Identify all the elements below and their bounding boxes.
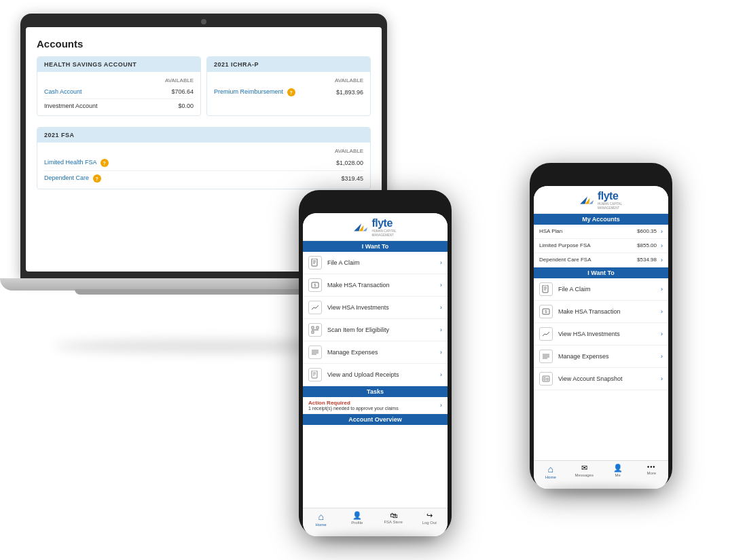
nav-profile[interactable]: 👤 Profile (344, 511, 371, 535)
nav-me[interactable]: 👤 Me (604, 464, 632, 487)
action-row[interactable]: Action Required 1 receipt(s) needed to a… (303, 397, 448, 414)
nav-messages-label: Messages (575, 473, 594, 477)
hsa-investments-label: View HSA Investments (327, 304, 389, 311)
info-icon: ? (93, 174, 101, 183)
phone2: flyte HUMAN CAPITALMANAGEMENT My Account… (530, 163, 672, 489)
dependent-care-fsa-name: Dependent Care FSA (539, 257, 591, 263)
scan-eligibility-label: Scan Item for Eligibility (327, 326, 389, 333)
more-icon: ••• (647, 464, 655, 470)
chevron-right-icon: › (661, 375, 663, 382)
svg-rect-11 (312, 331, 314, 333)
menu-item-account-snapshot[interactable]: View Account Snapshot › (534, 368, 668, 390)
menu-item-scan-eligibility[interactable]: Scan Item for Eligibility › (303, 319, 448, 341)
hsa-investments-label2: View HSA Investments (558, 331, 620, 337)
table-row: Limited Health FSA ? $1,028.00 (44, 155, 363, 171)
chevron-right-icon: › (661, 242, 663, 249)
nav-logout-label: Log Out (422, 521, 437, 525)
info-icon: ? (101, 159, 109, 167)
limited-fsa-amount: $1,028.00 (336, 160, 363, 166)
phone1-screen: flyte HUMAN CAPITALMANAGEMENT I Want To … (303, 213, 448, 536)
cash-account-name[interactable]: Cash Account (44, 88, 82, 95)
flyte-text: flyte (371, 217, 392, 229)
hsa-plan-amount: $600.35 (637, 228, 657, 234)
i-want-to-bar2: I Want To (534, 267, 668, 278)
profile-icon: 👤 (352, 511, 362, 520)
chevron-right-icon: › (661, 331, 663, 337)
nav-home[interactable]: ⌂ Home (308, 511, 335, 535)
nav-logout[interactable]: ↪ Log Out (416, 511, 443, 535)
menu-item-file-claim[interactable]: File A Claim › (303, 252, 448, 274)
ichra-available-label: AVAILABLE (214, 75, 363, 85)
account-snapshot-icon (539, 372, 553, 386)
cash-account-amount: $706.64 (171, 88, 194, 95)
flyte-logo2: flyte HUMAN CAPITALMANAGEMENT (580, 190, 622, 210)
limited-fsa-name[interactable]: Limited Health FSA ? (44, 159, 109, 167)
menu-item-file-claim2[interactable]: File A Claim › (534, 278, 668, 301)
fsa-section: 2021 FSA AVAILABLE Limited Health FSA ? … (37, 127, 371, 189)
file-claim-label2: File A Claim (558, 286, 591, 293)
svg-rect-3 (312, 259, 317, 266)
chevron-right-icon: › (661, 228, 663, 235)
menu-item-hsa-transaction2[interactable]: $ Make HSA Transaction › (534, 301, 668, 323)
chevron-right-icon: › (661, 286, 663, 293)
manage-expenses-label: Manage Expenses (327, 349, 378, 356)
menu-item-hsa-transaction[interactable]: $ Make HSA Transaction › (303, 274, 448, 297)
hsa-transaction-label2: Make HSA Transaction (558, 308, 621, 315)
hsa-available-label: AVAILABLE (44, 75, 194, 85)
hsa-header: HEALTH SAVINGS ACCOUNT (37, 57, 200, 72)
flyte-subtext: HUMAN CAPITALMANAGEMENT (371, 229, 396, 238)
menu-item-manage-expenses2[interactable]: Manage Expenses › (534, 346, 668, 368)
nav-home-label2: Home (545, 475, 556, 479)
phone1-menu: File A Claim › $ Make HSA Transaction › (303, 252, 448, 386)
chevron-right-icon: › (440, 371, 442, 378)
phone1: flyte HUMAN CAPITALMANAGEMENT I Want To … (299, 190, 452, 536)
premium-account-amount: $1,893.96 (336, 89, 363, 96)
nav-fsa-store-label: FSA Store (384, 520, 402, 524)
hsa-plan-name: HSA Plan (539, 228, 562, 234)
premium-account-name[interactable]: Premium Reimbursement ? (214, 88, 295, 96)
fsa-store-icon: 🛍 (390, 511, 397, 519)
flyte-bird-icon2 (580, 194, 595, 206)
svg-text:$: $ (545, 310, 547, 314)
list-item[interactable]: HSA Plan $600.35 › (534, 225, 668, 239)
nav-messages[interactable]: ✉ Messages (570, 464, 598, 487)
nav-more-label: More (646, 471, 656, 475)
nav-me-label: Me (615, 473, 621, 477)
menu-item-manage-expenses[interactable]: Manage Expenses › (303, 341, 448, 364)
nav-fsa-store[interactable]: 🛍 FSA Store (380, 511, 407, 535)
nav-home2[interactable]: ⌂ Home (537, 464, 564, 487)
limited-fsa-amount2: $855.00 (637, 242, 657, 248)
info-icon: ? (287, 88, 295, 96)
scan-eligibility-icon (308, 323, 322, 337)
svg-marker-2 (363, 227, 368, 231)
manage-expenses-icon (308, 346, 322, 359)
nav-more[interactable]: ••• More (638, 464, 665, 487)
hsa-section: HEALTH SAVINGS ACCOUNT AVAILABLE Cash Ac… (37, 56, 201, 116)
manage-expenses-label2: Manage Expenses (558, 353, 609, 360)
laptop-camera (201, 19, 206, 24)
table-row: Dependent Care ? $319.45 (44, 171, 363, 186)
svg-text:$: $ (314, 283, 316, 287)
action-required-label: Action Required (308, 400, 399, 406)
hsa-transaction-label: Make HSA Transaction (327, 282, 390, 288)
menu-item-hsa-investments2[interactable]: View HSA Investments › (534, 323, 668, 346)
investment-account-amount: $0.00 (178, 102, 194, 109)
action-chevron-icon: › (440, 402, 442, 409)
dependent-care-name[interactable]: Dependent Care ? (44, 174, 101, 183)
nav-home-label: Home (316, 523, 327, 527)
list-item[interactable]: Dependent Care FSA $534.98 › (534, 253, 668, 267)
chevron-right-icon: › (661, 353, 663, 360)
chevron-right-icon: › (661, 308, 663, 315)
logout-icon: ↪ (426, 511, 433, 520)
flyte-logo: flyte HUMAN CAPITALMANAGEMENT (354, 217, 396, 238)
chevron-right-icon: › (440, 304, 442, 311)
menu-item-upload-receipts[interactable]: View and Upload Receipts › (303, 364, 448, 386)
me-icon: 👤 (613, 464, 623, 472)
investment-account-name[interactable]: Investment Account (44, 102, 98, 109)
phone2-menu: File A Claim › $ Make HSA Transaction › (534, 278, 668, 390)
manage-expenses-icon2 (539, 350, 553, 363)
list-item[interactable]: Limited Purpose FSA $855.00 › (534, 239, 668, 253)
table-row: Cash Account $706.64 (44, 85, 194, 99)
chevron-right-icon: › (661, 257, 663, 263)
menu-item-hsa-investments[interactable]: View HSA Investments › (303, 297, 448, 319)
